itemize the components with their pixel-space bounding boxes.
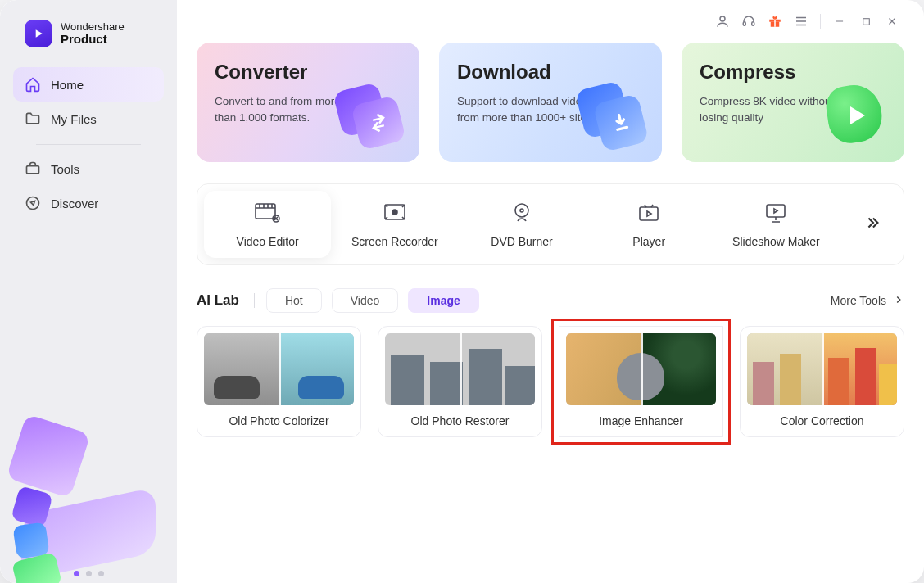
card-color-correction[interactable]: Color Correction: [740, 326, 904, 437]
svg-point-1: [27, 197, 39, 210]
support-headset-icon[interactable]: [736, 9, 761, 34]
ai-lab-title: AI Lab: [197, 292, 239, 309]
toolbox-icon: [25, 160, 41, 177]
svg-rect-8: [863, 18, 869, 25]
more-tools-link[interactable]: More Tools: [831, 294, 904, 308]
tool-dvd-burner[interactable]: DVD Burner: [458, 184, 585, 264]
card-label: Old Photo Colorizer: [197, 405, 360, 436]
hero-desc: Support to download videos from more tha…: [457, 93, 596, 125]
svg-rect-16: [640, 207, 658, 220]
sidebar-item-label: Discover: [51, 197, 98, 210]
tool-label: DVD Burner: [491, 235, 552, 248]
converter-icon: [337, 84, 408, 154]
pager-dot-1[interactable]: [74, 571, 79, 576]
card-label: Color Correction: [741, 405, 904, 436]
tool-strip-more[interactable]: [840, 184, 904, 264]
hero-title: Compress: [700, 61, 886, 84]
hero-card-compress[interactable]: Compress Compress 8K video without losin…: [682, 43, 904, 162]
dvd-burner-icon: [508, 201, 536, 225]
titlebar-separator: [820, 14, 821, 29]
account-icon[interactable]: [710, 9, 735, 34]
menu-icon[interactable]: [789, 9, 813, 34]
svg-point-15: [520, 209, 523, 212]
chevron-right-icon: [893, 294, 904, 308]
svg-point-2: [720, 16, 725, 21]
sidebar-item-label: My Files: [51, 112, 97, 126]
card-label: Image Enhancer: [559, 405, 722, 436]
sidebar-item-my-files[interactable]: My Files: [13, 102, 164, 136]
promo-illustration: [15, 423, 162, 562]
tab-image[interactable]: Image: [408, 288, 478, 313]
ai-lab-cards: Old Photo Colorizer Old Photo Restorer I…: [197, 326, 904, 437]
hero-title: Converter: [215, 61, 401, 84]
tab-hot[interactable]: Hot: [266, 288, 322, 313]
promo-pager[interactable]: [74, 571, 104, 576]
app-window: Wondershare Product Home My Files: [0, 0, 924, 583]
screen-recorder-icon: [381, 201, 409, 225]
svg-point-13: [392, 210, 397, 215]
card-thumb: [204, 333, 354, 405]
brand-line1: Wondershare: [61, 21, 125, 33]
pager-dot-2[interactable]: [86, 571, 92, 576]
sidebar-item-home[interactable]: Home: [13, 67, 164, 102]
player-icon: [635, 201, 663, 225]
window-maximize-icon[interactable]: [854, 9, 878, 34]
svg-rect-4: [752, 22, 754, 26]
tool-slideshow-maker[interactable]: Slideshow Maker: [713, 184, 840, 264]
hero-desc: Compress 8K video without losing quality: [700, 93, 839, 125]
brand: Wondershare Product: [0, 0, 177, 62]
window-minimize-icon[interactable]: [827, 9, 852, 34]
window-close-icon[interactable]: [880, 9, 904, 34]
sidebar-item-discover[interactable]: Discover: [13, 186, 164, 220]
video-editor-icon: [254, 201, 282, 225]
ai-lab-header: AI Lab Hot Video Image More Tools: [197, 288, 904, 313]
titlebar: [197, 0, 904, 43]
download-icon: [580, 84, 650, 154]
svg-rect-17: [767, 205, 785, 217]
card-old-photo-restorer[interactable]: Old Photo Restorer: [378, 326, 542, 437]
sidebar-nav: Home My Files Tools Discover: [0, 62, 177, 220]
card-thumb: [566, 333, 716, 405]
tool-label: Player: [632, 235, 665, 248]
home-icon: [25, 76, 41, 93]
card-label: Old Photo Restorer: [378, 405, 541, 436]
sidebar-item-label: Tools: [51, 162, 79, 176]
sidebar-item-tools[interactable]: Tools: [13, 151, 164, 186]
gift-icon[interactable]: [763, 9, 787, 34]
card-thumb: [747, 333, 897, 405]
pager-dot-3[interactable]: [98, 571, 104, 576]
tab-video[interactable]: Video: [332, 288, 399, 313]
tool-player[interactable]: Player: [586, 184, 713, 264]
folder-icon: [25, 111, 41, 127]
slideshow-icon: [762, 201, 790, 225]
brand-line2: Product: [61, 33, 125, 47]
chevron-double-right-icon: [863, 214, 881, 235]
hero-card-converter[interactable]: Converter Convert to and from more than …: [197, 43, 419, 162]
hero-card-download[interactable]: Download Support to download videos from…: [439, 43, 662, 162]
svg-point-14: [515, 204, 528, 217]
compress-icon: [822, 84, 893, 154]
sidebar-divider: [36, 144, 141, 145]
tool-label: Video Editor: [237, 235, 299, 248]
sidebar: Wondershare Product Home My Files: [0, 0, 177, 583]
tab-label: Hot: [285, 294, 303, 307]
tool-strip: Video Editor Screen Recorder DVD Burner …: [197, 183, 904, 265]
ai-lab-tabs: Hot Video Image: [266, 288, 479, 313]
sidebar-item-label: Home: [51, 78, 84, 92]
card-thumb: [385, 333, 535, 405]
more-tools-label: More Tools: [831, 294, 886, 307]
svg-rect-0: [27, 166, 39, 174]
card-image-enhancer[interactable]: Image Enhancer: [559, 326, 723, 437]
brand-logo-icon: [25, 20, 52, 47]
sidebar-promo-art: [0, 378, 177, 583]
hero-desc: Convert to and from more than 1,000 form…: [215, 93, 354, 125]
tool-video-editor[interactable]: Video Editor: [204, 191, 331, 258]
tool-screen-recorder[interactable]: Screen Recorder: [331, 184, 458, 264]
svg-rect-7: [774, 20, 776, 27]
tab-label: Video: [351, 294, 380, 307]
compass-icon: [25, 195, 41, 211]
brand-text: Wondershare Product: [61, 21, 125, 47]
hero-row: Converter Convert to and from more than …: [197, 43, 904, 162]
tool-label: Slideshow Maker: [732, 235, 820, 248]
card-old-photo-colorizer[interactable]: Old Photo Colorizer: [197, 326, 361, 437]
